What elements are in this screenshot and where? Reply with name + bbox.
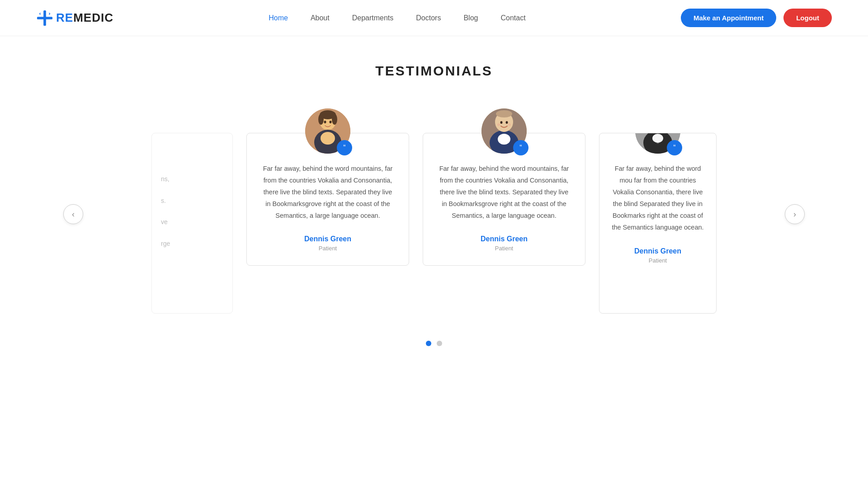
carousel-dots — [0, 341, 868, 346]
quote-badge-2: “ — [513, 140, 528, 155]
carousel-dot-1[interactable] — [426, 341, 431, 346]
svg-point-15 — [498, 134, 510, 145]
nav-departments[interactable]: Departments — [352, 14, 394, 22]
svg-point-12 — [330, 122, 331, 122]
appointment-button[interactable]: Make an Appointment — [681, 9, 776, 27]
nav-actions: Make an Appointment Logout — [681, 9, 832, 27]
card-name-2: Dennis Green — [437, 235, 571, 243]
card-role-1: Patient — [260, 245, 395, 252]
svg-point-22 — [497, 123, 500, 126]
nav-contact[interactable]: Contact — [500, 14, 525, 22]
quote-icon-1: “ — [343, 144, 345, 152]
nav-home[interactable]: Home — [269, 14, 288, 22]
navbar: REMEDIC Home About Departments Doctors B… — [0, 0, 868, 36]
partial-card-right: “ Far far away, behind the word mou far … — [599, 133, 717, 314]
nav-links: Home About Departments Doctors Blog Cont… — [269, 14, 525, 22]
carousel-dot-2[interactable] — [437, 341, 442, 346]
avatar-wrapper-2: “ — [481, 108, 527, 154]
card-role-2: Patient — [437, 245, 571, 252]
avatar-wrapper-1: “ — [305, 108, 350, 154]
svg-point-20 — [501, 122, 502, 123]
partial-avatar-wrapper: “ — [635, 133, 680, 154]
carousel-next-button[interactable]: › — [785, 204, 805, 224]
partial-left-text: ns,s.verge — [161, 174, 223, 249]
logo-re: RE — [56, 11, 73, 25]
partial-card-name: Dennis Green — [609, 247, 707, 255]
svg-point-5 — [318, 114, 324, 125]
card-name-1: Dennis Green — [260, 235, 395, 243]
logout-button[interactable]: Logout — [783, 9, 832, 27]
logo-icon — [36, 9, 53, 27]
quote-badge-1: “ — [337, 140, 352, 155]
svg-point-17 — [496, 110, 512, 117]
card-text-1: Far far away, behind the word mountains,… — [260, 163, 395, 221]
logo[interactable]: REMEDIC — [36, 9, 113, 27]
svg-point-11 — [325, 122, 326, 122]
nav-blog[interactable]: Blog — [463, 14, 478, 22]
partial-card-left: ns,s.verge — [151, 133, 233, 314]
nav-about[interactable]: About — [311, 14, 330, 22]
main-content: TESTIMONIALS ‹ ns,s.verge — [0, 36, 868, 382]
chevron-left-icon: ‹ — [72, 210, 75, 219]
svg-point-21 — [506, 122, 507, 123]
carousel-prev-button[interactable]: ‹ — [63, 204, 83, 224]
svg-point-23 — [508, 123, 511, 126]
quote-icon-2: “ — [519, 144, 522, 152]
section-title: TESTIMONIALS — [0, 63, 868, 79]
chevron-right-icon: › — [793, 210, 796, 219]
cards-container: ns,s.verge — [0, 106, 868, 323]
testimonial-card-2: “ Far far away, behind the word mountain… — [423, 133, 585, 266]
svg-point-27 — [652, 134, 663, 143]
quote-badge-3: “ — [667, 140, 682, 155]
svg-rect-1 — [37, 17, 52, 19]
svg-point-8 — [321, 132, 335, 145]
svg-point-6 — [332, 114, 337, 125]
nav-doctors[interactable]: Doctors — [416, 14, 441, 22]
card-text-2: Far far away, behind the word mountains,… — [437, 163, 571, 221]
testimonials-carousel: ‹ ns,s.verge — [0, 106, 868, 323]
logo-medic: MEDIC — [73, 11, 113, 25]
partial-right-text: Far far away, behind the word mou far fr… — [609, 163, 707, 234]
partial-card-role: Patient — [609, 257, 707, 264]
quote-icon-3: “ — [673, 144, 675, 152]
testimonial-card-1: “ Far far away, behind the word mountain… — [246, 133, 409, 266]
